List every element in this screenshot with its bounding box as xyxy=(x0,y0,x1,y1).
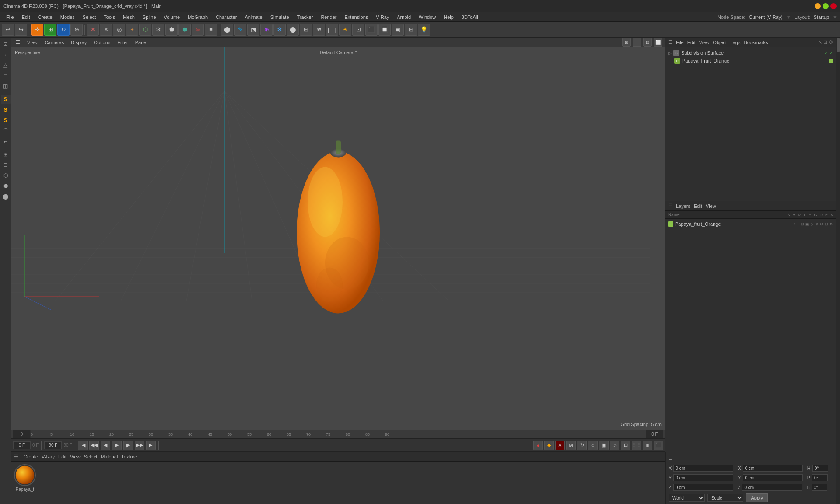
menu-mesh[interactable]: Mesh xyxy=(119,14,138,21)
bt-create[interactable]: Create xyxy=(24,454,38,459)
pb-icon-6[interactable]: ○ xyxy=(588,441,598,450)
pb-icon-7[interactable]: ▣ xyxy=(599,441,609,450)
menu-window[interactable]: Window xyxy=(415,14,439,21)
tool-4[interactable]: + xyxy=(126,24,138,36)
menu-tracker[interactable]: Tracker xyxy=(294,14,317,21)
layer-row-papaya[interactable]: Papaya_fruit_Orange ○ □ ⊞ ▣ ▷ ⊕ ⊗ ⊡ ✕ xyxy=(667,220,834,228)
menu-modes[interactable]: Modes xyxy=(57,14,78,21)
sidebar-uv-mode[interactable]: ◫ xyxy=(1,81,10,91)
3d-viewport[interactable]: Perspective Default Camera:* Grid Spacin… xyxy=(11,47,665,430)
layer-icon-box[interactable]: □ xyxy=(797,222,799,226)
tool-5[interactable]: ⬡ xyxy=(139,24,151,36)
vp-menu-filter[interactable]: Filter xyxy=(116,40,130,45)
tool-14[interactable]: ⊕ xyxy=(260,24,273,36)
vp-menu-hamburger[interactable]: ☰ xyxy=(14,39,22,45)
vp-icon-4[interactable]: ⬜ xyxy=(654,38,662,47)
menu-spline[interactable]: Spline xyxy=(139,14,160,21)
om-icon-3[interactable]: ⚙ xyxy=(829,39,833,45)
menu-edit[interactable]: Edit xyxy=(18,14,34,21)
apply-button[interactable]: Apply xyxy=(746,494,768,502)
tool-18[interactable]: ≋ xyxy=(313,24,325,36)
layer-icon-s[interactable]: ○ xyxy=(793,222,795,226)
tool-3[interactable]: ◎ xyxy=(113,24,125,36)
tool-8[interactable]: ⬢ xyxy=(178,24,191,36)
menu-simulate[interactable]: Simulate xyxy=(267,14,293,21)
bt-material[interactable]: Material xyxy=(101,454,118,459)
tool-16[interactable]: ⬤ xyxy=(287,24,299,36)
lp-view[interactable]: View xyxy=(706,203,716,209)
coord-x-pos[interactable] xyxy=(673,465,733,472)
bottom-toolbar-hamburger[interactable]: ☰ xyxy=(14,454,18,459)
vp-menu-panel[interactable]: Panel xyxy=(133,40,149,45)
layer-icon-m[interactable]: ⊞ xyxy=(801,222,804,226)
maximize-button[interactable] xyxy=(822,3,829,9)
pb-record-btn[interactable]: ● xyxy=(533,441,543,450)
tool-7[interactable]: ⬟ xyxy=(165,24,178,36)
bt-view[interactable]: View xyxy=(70,454,80,459)
menu-create[interactable]: Create xyxy=(35,14,56,21)
tool-15[interactable]: ⚙ xyxy=(273,24,286,36)
pb-motion-btn[interactable]: M xyxy=(566,441,576,450)
tool-23[interactable]: 🔲 xyxy=(378,24,391,36)
menu-character[interactable]: Character xyxy=(212,14,240,21)
sidebar-tool-curve[interactable]: ⌒ xyxy=(1,126,10,136)
om-edit[interactable]: Edit xyxy=(687,40,696,45)
sidebar-tool-30[interactable]: ⬡ xyxy=(1,171,10,180)
menu-file[interactable]: File xyxy=(3,14,18,21)
sidebar-grid[interactable]: ⊞ xyxy=(1,150,10,159)
pb-key-btn[interactable]: ◆ xyxy=(544,441,554,450)
vp-menu-view[interactable]: View xyxy=(25,40,39,45)
menu-volume[interactable]: Volume xyxy=(161,14,184,21)
bt-select[interactable]: Select xyxy=(84,454,98,459)
tool-11[interactable]: ⬤ xyxy=(221,24,233,36)
material-swatch[interactable] xyxy=(14,464,36,486)
pb-icon-10[interactable]: ⋮⋮ xyxy=(632,441,641,450)
coord-h-val[interactable] xyxy=(812,465,828,472)
om-view[interactable]: View xyxy=(699,40,710,45)
pb-prev-frame[interactable]: ◀◀ xyxy=(89,441,99,450)
tool-6[interactable]: ⚙ xyxy=(152,24,164,36)
right-scrollbar[interactable] xyxy=(836,38,840,504)
pb-icon-11[interactable]: ≡ xyxy=(643,441,652,450)
om-object[interactable]: Object xyxy=(713,40,727,45)
om-hamburger[interactable]: ☰ xyxy=(668,39,672,45)
vp-icon-2[interactable]: ↑ xyxy=(633,38,641,47)
pb-prev-key[interactable]: ◀ xyxy=(101,441,110,450)
sidebar-tool-line[interactable]: ⌐ xyxy=(1,136,10,146)
obj-row-subdivision[interactable]: ▷ S Subdivision Surface ✓ ✓ xyxy=(667,49,834,57)
vp-menu-cameras[interactable]: Cameras xyxy=(43,40,66,45)
tool-9[interactable]: ⊗ xyxy=(192,24,204,36)
lp-edit[interactable]: Edit xyxy=(694,203,702,209)
coord-world-dropdown[interactable]: World Object xyxy=(668,494,705,502)
om-icon-1[interactable]: ↖ xyxy=(818,39,822,45)
coord-y-pos[interactable] xyxy=(673,474,733,481)
menu-mograph[interactable]: MoGraph xyxy=(184,14,211,21)
lp-hamburger[interactable]: ☰ xyxy=(668,203,672,209)
coord-p-val[interactable] xyxy=(812,474,828,481)
tool-24[interactable]: ▣ xyxy=(392,24,404,36)
sidebar-tool-s[interactable]: S xyxy=(1,94,10,104)
sidebar-selection-mode[interactable]: ⊡ xyxy=(1,39,10,49)
layer-icon-a[interactable]: ▷ xyxy=(811,222,814,226)
pb-goto-start[interactable]: |◀ xyxy=(78,441,88,450)
tool-25[interactable]: ⊞ xyxy=(405,24,417,36)
coord-scale-dropdown[interactable]: Scale Size xyxy=(707,494,744,502)
sidebar-polygon-mode[interactable]: □ xyxy=(1,71,10,80)
coord-z-size[interactable] xyxy=(742,484,802,491)
sidebar-edge-mode[interactable]: △ xyxy=(1,60,10,70)
tool-10[interactable]: ≡ xyxy=(205,24,217,36)
tool-17[interactable]: ⊞ xyxy=(300,24,312,36)
scale-tool[interactable]: ⊞ xyxy=(44,24,56,36)
pb-play[interactable]: ▶ xyxy=(112,441,122,450)
om-icon-2[interactable]: ⊡ xyxy=(823,39,827,45)
sidebar-point-mode[interactable]: · xyxy=(1,50,10,60)
om-bookmarks[interactable]: Bookmarks xyxy=(744,40,768,45)
om-file[interactable]: File xyxy=(676,40,684,45)
close-button[interactable] xyxy=(830,3,836,9)
tool-19[interactable]: |—| xyxy=(326,24,338,36)
sidebar-grid2[interactable]: ⊟ xyxy=(1,160,10,170)
redo-button[interactable]: ↪ xyxy=(15,24,27,36)
tool-20[interactable]: ☀ xyxy=(339,24,351,36)
pb-loop-btn[interactable]: ↻ xyxy=(577,441,587,450)
pb-icon-12[interactable]: ⬛ xyxy=(654,441,663,450)
